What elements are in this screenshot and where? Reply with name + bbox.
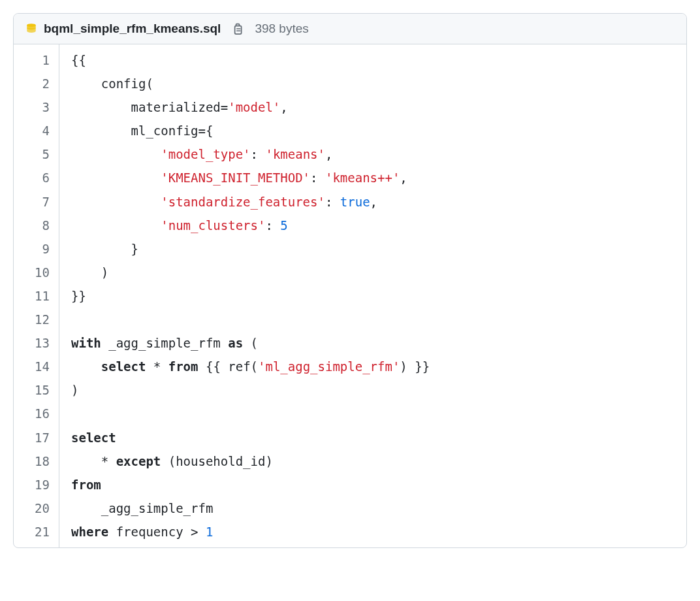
file-header: bqml_simple_rfm_kmeans.sql 398 bytes bbox=[14, 14, 686, 44]
line-number: 10 bbox=[20, 261, 50, 284]
code-line: ) bbox=[71, 261, 675, 284]
code-line: materialized='model', bbox=[71, 95, 675, 119]
code-line bbox=[71, 402, 675, 425]
line-number: 5 bbox=[20, 142, 50, 166]
line-number: 11 bbox=[20, 284, 50, 308]
code-area: 123456789101112131415161718192021 {{ con… bbox=[14, 44, 686, 547]
database-icon bbox=[25, 23, 37, 35]
code-line: 'model_type': 'kmeans', bbox=[71, 142, 675, 166]
code-line: } bbox=[71, 237, 675, 261]
line-number: 19 bbox=[20, 473, 50, 496]
code-line: 'standardize_features': true, bbox=[71, 190, 675, 214]
line-number: 17 bbox=[20, 426, 50, 449]
code-content[interactable]: {{ config( materialized='model', ml_conf… bbox=[59, 44, 686, 547]
code-line: where frequency > 1 bbox=[71, 520, 675, 544]
file-size: 398 bytes bbox=[255, 22, 308, 36]
line-number: 3 bbox=[20, 95, 50, 119]
code-line: with _agg_simple_rfm as ( bbox=[71, 331, 675, 355]
svg-rect-1 bbox=[235, 26, 242, 35]
code-line: }} bbox=[71, 284, 675, 308]
code-line: select * from {{ ref('ml_agg_simple_rfm'… bbox=[71, 355, 675, 378]
line-number: 9 bbox=[20, 237, 50, 261]
line-number: 13 bbox=[20, 331, 50, 355]
copy-icon[interactable] bbox=[231, 22, 244, 35]
file-name: bqml_simple_rfm_kmeans.sql bbox=[44, 22, 221, 36]
code-line: * except (household_id) bbox=[71, 449, 675, 473]
code-line: 'KMEANS_INIT_METHOD': 'kmeans++', bbox=[71, 166, 675, 189]
code-line: {{ bbox=[71, 48, 675, 72]
line-number: 8 bbox=[20, 214, 50, 237]
line-number: 14 bbox=[20, 355, 50, 378]
code-line: config( bbox=[71, 72, 675, 95]
line-number: 6 bbox=[20, 166, 50, 189]
line-number: 16 bbox=[20, 402, 50, 425]
line-number: 20 bbox=[20, 496, 50, 520]
code-line: ml_config={ bbox=[71, 119, 675, 142]
line-number: 15 bbox=[20, 378, 50, 402]
code-line: from bbox=[71, 473, 675, 496]
code-line: _agg_simple_rfm bbox=[71, 496, 675, 520]
code-line: 'num_clusters': 5 bbox=[71, 214, 675, 237]
line-number: 12 bbox=[20, 308, 50, 331]
code-line bbox=[71, 308, 675, 331]
line-number: 2 bbox=[20, 72, 50, 95]
code-line: ) bbox=[71, 378, 675, 402]
line-number: 18 bbox=[20, 449, 50, 473]
code-line: select bbox=[71, 426, 675, 449]
line-number-gutter: 123456789101112131415161718192021 bbox=[14, 44, 59, 547]
line-number: 7 bbox=[20, 190, 50, 214]
line-number: 1 bbox=[20, 48, 50, 72]
line-number: 4 bbox=[20, 119, 50, 142]
line-number: 21 bbox=[20, 520, 50, 544]
file-box: bqml_simple_rfm_kmeans.sql 398 bytes 123… bbox=[13, 13, 687, 548]
